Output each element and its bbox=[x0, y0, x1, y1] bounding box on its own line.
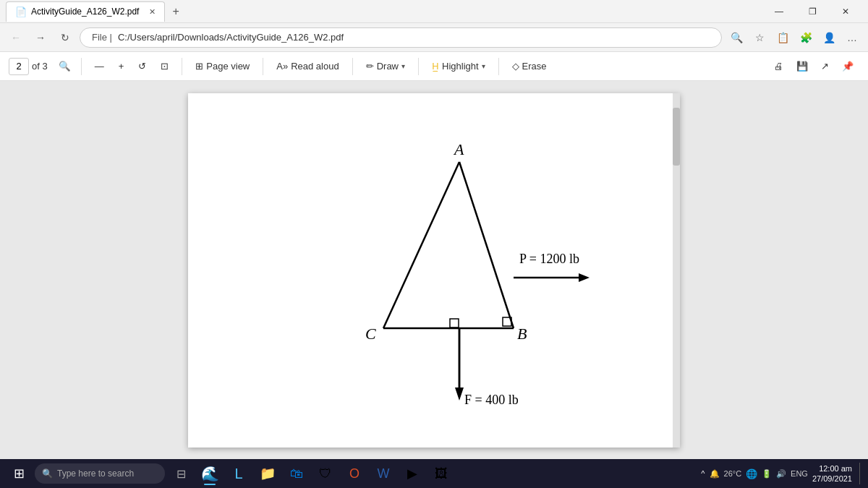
search-icon[interactable]: 🔍 bbox=[726, 27, 746, 48]
taskbar-search-icon: 🔍 bbox=[42, 468, 53, 479]
taskbar-search[interactable]: 🔍 Type here to search bbox=[35, 463, 165, 484]
edge-taskbar-icon[interactable]: 🌊 bbox=[197, 461, 223, 487]
force-p-label: P = 1200 lb bbox=[519, 252, 579, 266]
notification-icon[interactable]: 🔔 bbox=[710, 469, 720, 479]
highlight-chevron-icon: ▾ bbox=[482, 62, 485, 70]
share-button[interactable]: ↗ bbox=[815, 56, 835, 77]
svg-rect-9 bbox=[450, 319, 459, 328]
print-button[interactable]: 🖨 bbox=[768, 56, 789, 77]
page-info: of 3 bbox=[9, 58, 48, 75]
erase-button[interactable]: ◇ Erase bbox=[506, 56, 553, 77]
media-icon[interactable]: ▶ bbox=[399, 461, 425, 487]
page-total: of 3 bbox=[32, 61, 48, 72]
read-aloud-icon: A» bbox=[276, 61, 288, 72]
window-controls: — ❐ ✕ bbox=[762, 0, 862, 23]
fit-button[interactable]: ⊡ bbox=[155, 56, 174, 77]
start-button[interactable]: ⊞ bbox=[6, 461, 32, 487]
page-number-input[interactable] bbox=[9, 58, 29, 75]
favorites-icon[interactable]: ☆ bbox=[749, 27, 770, 48]
tab-title: ActivityGuide_A126_W2.pdf bbox=[31, 7, 139, 17]
temp-label: 26°C bbox=[724, 469, 742, 478]
extensions-icon[interactable]: 🧩 bbox=[796, 27, 816, 48]
forward-button[interactable]: → bbox=[30, 27, 51, 48]
pdf-content-area: A B C P = 1200 lb F = 400 lb bbox=[0, 81, 868, 459]
date-label: 27/09/2021 bbox=[812, 474, 852, 484]
tab-close-button[interactable]: ✕ bbox=[149, 7, 156, 17]
files-icon: 📁 bbox=[260, 466, 276, 481]
highlight-label: Highlight bbox=[442, 61, 479, 72]
page-view-icon: ⊞ bbox=[195, 61, 203, 72]
launcher-app-icon: L bbox=[234, 466, 242, 482]
highlight-icon: H̲ bbox=[432, 61, 439, 72]
launcher-icon[interactable]: L bbox=[226, 461, 252, 487]
file-label: File | bbox=[92, 32, 112, 43]
word-icon[interactable]: W bbox=[370, 461, 396, 487]
show-desktop-button[interactable] bbox=[859, 463, 862, 484]
edge-icon: 🌊 bbox=[201, 465, 219, 482]
volume-icon[interactable]: 🔊 bbox=[776, 469, 786, 479]
erase-icon: ◇ bbox=[512, 61, 519, 72]
new-tab-button[interactable]: + bbox=[165, 2, 186, 21]
scrollbar-thumb[interactable] bbox=[673, 108, 680, 166]
read-aloud-button[interactable]: A» Read aloud bbox=[271, 56, 344, 77]
media-app-icon: ▶ bbox=[407, 466, 417, 481]
highlight-button[interactable]: H̲ Highlight ▾ bbox=[426, 56, 491, 77]
minimize-button[interactable]: — bbox=[762, 0, 796, 23]
read-aloud-label: Read aloud bbox=[291, 61, 339, 72]
addressbar: ← → ↻ File | C:/Users/april/Downloads/Ac… bbox=[0, 23, 868, 52]
wifi-icon[interactable]: ^ bbox=[701, 469, 705, 478]
photo-app-icon: 🖼 bbox=[435, 466, 448, 481]
office-icon[interactable]: O bbox=[341, 461, 367, 487]
pdf-scrollbar[interactable] bbox=[673, 93, 680, 448]
save-button[interactable]: 💾 bbox=[791, 56, 814, 77]
word-app-icon: W bbox=[378, 466, 390, 481]
windows-icon: ⊞ bbox=[14, 466, 25, 481]
svg-marker-7 bbox=[579, 273, 590, 282]
office-app-icon: O bbox=[349, 466, 359, 481]
page-view-button[interactable]: ⊞ Page view bbox=[190, 56, 255, 77]
zoom-in-button[interactable]: + bbox=[113, 56, 130, 77]
pdf-toolbar: of 3 🔍 — + ↺ ⊡ ⊞ Page view A» Read aloud… bbox=[0, 52, 868, 81]
page-view-label: Page view bbox=[206, 61, 250, 72]
store-taskbar-icon[interactable]: 🛍 bbox=[284, 461, 310, 487]
url-bar[interactable]: File | C:/Users/april/Downloads/Activity… bbox=[80, 27, 722, 48]
draw-button[interactable]: ✏ Draw ▾ bbox=[360, 56, 411, 77]
clock[interactable]: 12:00 am 27/09/2021 bbox=[812, 463, 852, 484]
refresh-button[interactable]: ↻ bbox=[55, 27, 75, 48]
toolbar-divider-4 bbox=[352, 58, 353, 75]
language-label: ENG bbox=[791, 469, 808, 478]
more-icon[interactable]: … bbox=[842, 27, 862, 48]
svg-line-0 bbox=[459, 162, 514, 328]
restore-button[interactable]: ❐ bbox=[796, 0, 829, 23]
network-icon[interactable]: 🌐 bbox=[746, 468, 757, 479]
browser-tab[interactable]: 📄 ActivityGuide_A126_W2.pdf ✕ bbox=[6, 1, 165, 22]
collections-icon[interactable]: 📋 bbox=[773, 27, 793, 48]
toolbar-divider-6 bbox=[498, 58, 499, 75]
svg-marker-5 bbox=[455, 388, 464, 401]
toolbar-right-tools: 🖨 💾 ↗ 📌 bbox=[768, 56, 859, 77]
vertex-a-label: A bbox=[453, 140, 464, 158]
toolbar-divider-5 bbox=[418, 58, 419, 75]
store-icon: 🛍 bbox=[290, 466, 303, 481]
antivirus-icon[interactable]: 🛡 bbox=[312, 461, 339, 487]
rotate-button[interactable]: ↺ bbox=[132, 56, 152, 77]
system-tray: ^ 🔔 26°C 🌐 🔋 🔊 ENG 12:00 am 27/09/2021 bbox=[701, 463, 862, 484]
files-taskbar-icon[interactable]: 📁 bbox=[255, 461, 281, 487]
pdf-page: A B C P = 1200 lb F = 400 lb bbox=[188, 93, 680, 448]
vertex-c-label: C bbox=[365, 325, 376, 343]
svg-line-1 bbox=[383, 162, 459, 328]
pin-button[interactable]: 📌 bbox=[836, 56, 859, 77]
close-button[interactable]: ✕ bbox=[829, 0, 862, 23]
taskbar-search-placeholder: Type here to search bbox=[57, 468, 134, 479]
url-text: C:/Users/april/Downloads/ActivityGuide_A… bbox=[118, 32, 344, 43]
zoom-out-icon: — bbox=[95, 61, 104, 72]
back-button[interactable]: ← bbox=[6, 27, 26, 48]
vertex-b-label: B bbox=[517, 325, 527, 343]
photo-icon[interactable]: 🖼 bbox=[428, 461, 454, 487]
battery-icon[interactable]: 🔋 bbox=[762, 469, 772, 479]
task-view-button[interactable]: ⊟ bbox=[168, 461, 194, 487]
search-button[interactable]: 🔍 bbox=[56, 58, 74, 75]
zoom-in-icon: + bbox=[119, 61, 124, 72]
profile-icon[interactable]: 👤 bbox=[819, 27, 839, 48]
zoom-out-button[interactable]: — bbox=[89, 56, 110, 77]
